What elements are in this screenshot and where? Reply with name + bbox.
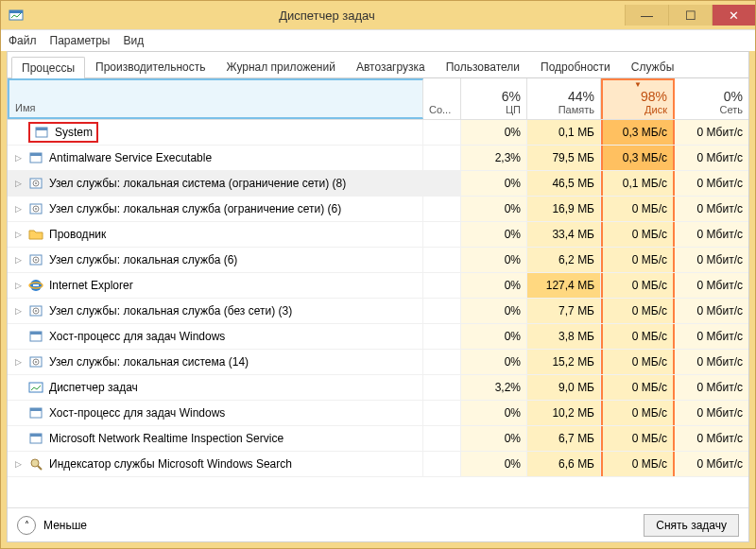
network-cell: 0 Мбит/с <box>675 350 748 374</box>
status-cell <box>423 375 461 400</box>
cpu-cell: 0% <box>461 426 527 451</box>
cpu-cell: 0% <box>461 120 527 145</box>
svg-point-11 <box>35 208 37 210</box>
expand-icon[interactable]: ▷ <box>13 255 23 265</box>
sort-descending-icon: ▼ <box>609 80 667 89</box>
network-cell: 0 Мбит/с <box>675 401 748 425</box>
process-name-cell: ▷Узел службы: локальная служба (без сети… <box>8 299 423 323</box>
status-cell <box>423 426 461 451</box>
cpu-cell: 0% <box>461 350 527 374</box>
status-cell <box>423 197 461 221</box>
table-row[interactable]: ▷Проводник0%33,4 МБ0 МБ/с0 Мбит/с <box>8 222 748 248</box>
column-name[interactable]: Имя <box>8 78 423 119</box>
expand-icon[interactable]: ▷ <box>13 459 23 469</box>
tab-2[interactable]: Журнал приложений <box>216 56 346 77</box>
expand-icon[interactable]: ▷ <box>13 230 23 239</box>
cpu-cell: 0% <box>461 452 527 476</box>
status-cell <box>423 299 461 323</box>
network-cell: 0 Мбит/с <box>675 171 748 196</box>
table-row[interactable]: Хост-процесс для задач Windows0%10,2 МБ0… <box>8 401 748 426</box>
tab-5[interactable]: Подробности <box>530 56 621 77</box>
table-row[interactable]: ▷Индексатор службы Microsoft Windows Sea… <box>8 452 748 477</box>
disk-cell: 0 МБ/с <box>601 324 675 349</box>
disk-cell: 0 МБ/с <box>601 222 675 247</box>
process-name: Хост-процесс для задач Windows <box>49 330 225 343</box>
process-name-cell: ▷Internet Explorer <box>8 273 423 298</box>
disk-cell: 0 МБ/с <box>601 350 675 374</box>
search-icon <box>28 456 43 472</box>
table-row[interactable]: Хост-процесс для задач Windows0%3,8 МБ0 … <box>8 324 748 350</box>
fewer-details-label: Меньше <box>43 519 87 532</box>
table-row[interactable]: Microsoft Network Realtime Inspection Se… <box>8 426 748 452</box>
cpu-cell: 0% <box>461 197 527 221</box>
column-disk[interactable]: ▼ 98% Диск <box>601 78 675 119</box>
cpu-cell: 0% <box>461 401 527 425</box>
status-cell <box>423 452 461 476</box>
memory-cell: 7,7 МБ <box>527 299 601 323</box>
expand-icon[interactable]: ▷ <box>13 153 23 163</box>
status-cell <box>423 350 461 374</box>
network-cell: 0 Мбит/с <box>675 146 748 170</box>
disk-cell: 0,3 МБ/с <box>601 146 675 170</box>
process-name: Узел службы: локальная служба (без сети)… <box>49 304 292 317</box>
disk-cell: 0 МБ/с <box>601 197 675 221</box>
table-row[interactable]: ▷Antimalware Service Executable2,3%79,5 … <box>8 146 748 171</box>
table-row[interactable]: System0%0,1 МБ0,3 МБ/с0 Мбит/с <box>8 120 748 146</box>
process-name: Узел службы: локальная служба (ограничен… <box>49 202 341 215</box>
gear-icon <box>28 176 43 191</box>
process-name: Microsoft Network Realtime Inspection Se… <box>49 432 284 445</box>
process-name: Диспетчер задач <box>49 381 138 394</box>
disk-cell: 0 МБ/с <box>601 452 675 476</box>
expand-icon[interactable]: ▷ <box>13 204 23 214</box>
column-memory[interactable]: 44% Память <box>527 78 601 119</box>
cpu-cell: 0% <box>461 324 527 349</box>
memory-cell: 127,4 МБ <box>527 273 601 298</box>
fewer-details-button[interactable]: ˄ <box>17 516 36 535</box>
svg-point-24 <box>35 361 37 363</box>
process-name: Узел службы: локальная система (ограниче… <box>49 177 346 190</box>
end-task-button[interactable]: Снять задачу <box>644 514 739 537</box>
column-status[interactable]: Со... <box>423 78 461 119</box>
grid-header: Имя Со... 6% ЦП 44% Память ▼ 98% Диск <box>8 78 748 120</box>
table-row[interactable]: Диспетчер задач3,2%9,0 МБ0 МБ/с0 Мбит/с <box>8 375 748 401</box>
menu-options[interactable]: Параметры <box>50 34 111 47</box>
menubar: Файл Параметры Вид <box>1 29 755 51</box>
table-row[interactable]: ▷Узел службы: локальная служба (ограниче… <box>8 197 748 222</box>
expand-icon[interactable]: ▷ <box>13 179 23 188</box>
tab-0[interactable]: Процессы <box>11 57 85 78</box>
table-row[interactable]: ▷Internet Explorer0%127,4 МБ0 МБ/с0 Мбит… <box>8 273 748 299</box>
minimize-button[interactable]: — <box>625 5 668 26</box>
process-name-cell: Диспетчер задач <box>8 375 423 400</box>
svg-point-19 <box>35 310 37 312</box>
tab-3[interactable]: Автозагрузка <box>346 56 436 77</box>
grid-body[interactable]: System0%0,1 МБ0,3 МБ/с0 Мбит/с▷Antimalwa… <box>8 120 748 507</box>
column-cpu[interactable]: 6% ЦП <box>461 78 527 119</box>
memory-cell: 6,7 МБ <box>527 426 601 451</box>
menu-view[interactable]: Вид <box>123 34 144 47</box>
maximize-button[interactable]: ☐ <box>668 5 712 26</box>
tab-4[interactable]: Пользователи <box>436 56 530 77</box>
process-name-cell: ▷Antimalware Service Executable <box>8 146 423 170</box>
expand-icon[interactable]: ▷ <box>13 281 23 290</box>
process-name: Узел службы: локальная служба (6) <box>49 253 237 266</box>
table-row[interactable]: ▷Узел службы: локальная система (14)0%15… <box>8 350 748 375</box>
process-name-cell: ▷Узел службы: локальная система (14) <box>8 350 423 374</box>
process-grid: Имя Со... 6% ЦП 44% Память ▼ 98% Диск <box>8 78 748 507</box>
close-button[interactable]: ✕ <box>712 5 755 26</box>
column-network[interactable]: 0% Сеть <box>675 78 748 119</box>
memory-cell: 46,5 МБ <box>527 171 601 196</box>
window-controls: — ☐ ✕ <box>625 5 755 26</box>
task-manager-window: Диспетчер задач — ☐ ✕ Файл Параметры Вид… <box>0 0 756 549</box>
table-row[interactable]: ▷Узел службы: локальная служба (без сети… <box>8 299 748 324</box>
highlighted-process: System <box>28 122 98 143</box>
tab-1[interactable]: Производительность <box>85 56 215 77</box>
table-row[interactable]: ▷Узел службы: локальная система (огранич… <box>8 171 748 197</box>
expand-icon[interactable]: ▷ <box>13 357 23 367</box>
folder-icon <box>28 227 43 242</box>
menu-file[interactable]: Файл <box>9 34 37 47</box>
table-row[interactable]: ▷Узел службы: локальная служба (6)0%6,2 … <box>8 248 748 273</box>
tab-6[interactable]: Службы <box>621 56 684 77</box>
window-icon <box>28 405 43 420</box>
expand-icon[interactable]: ▷ <box>13 306 23 316</box>
status-cell <box>423 401 461 425</box>
